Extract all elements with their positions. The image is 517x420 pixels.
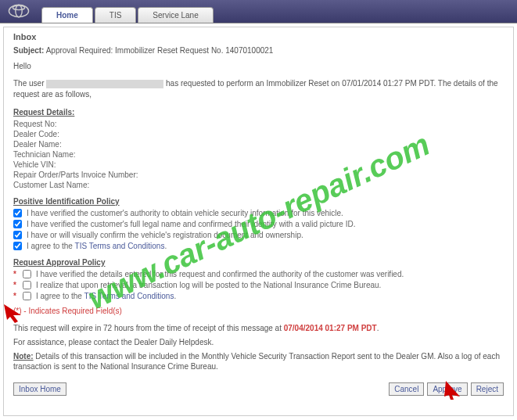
detail-customer-last: Customer Last Name: xyxy=(13,181,504,189)
expiry-line: This request will expire in 72 hours fro… xyxy=(13,323,504,334)
subject-line: Subject: Approval Required: Immobilizer … xyxy=(13,46,504,55)
note-line: Note: Details of this transaction will b… xyxy=(13,351,504,372)
approval-checkbox-3[interactable] xyxy=(23,292,31,300)
tab-home[interactable]: Home xyxy=(41,7,93,23)
pid-row-2: I have verified the customer's full lega… xyxy=(13,220,504,228)
positive-id-header: Positive Identification Policy xyxy=(13,197,504,206)
inbox-heading: Inbox xyxy=(13,32,504,41)
pid-checkbox-2[interactable] xyxy=(13,220,22,228)
reject-button[interactable]: Reject xyxy=(471,382,504,396)
approve-button[interactable]: Approve xyxy=(427,382,467,396)
tab-tis[interactable]: TIS xyxy=(95,7,137,23)
user-prefix: The user xyxy=(13,79,44,88)
required-asterisk-2: * xyxy=(13,281,18,289)
detail-dealer-name: Dealer Name: xyxy=(13,140,504,149)
approval-text-2: I realize that upon retrieval, a transac… xyxy=(36,281,381,289)
main-panel: Inbox Subject: Approval Required: Immobi… xyxy=(3,27,514,416)
detail-dealer-code: Dealer Code: xyxy=(13,130,504,138)
footer-bar: Inbox Home Cancel Approve Reject xyxy=(13,382,504,396)
approval-checkbox-2[interactable] xyxy=(23,281,31,289)
action-buttons: Cancel Approve Reject xyxy=(389,382,504,396)
pid-checkbox-1[interactable] xyxy=(13,209,22,217)
detail-request-no: Request No: xyxy=(13,120,504,128)
pid-text-4: I agree to the TIS Terms and Conditions. xyxy=(27,242,167,250)
redacted-user xyxy=(46,80,163,88)
required-fields-note: (*) - Indicates Required Field(s) xyxy=(13,307,504,315)
toyota-logo-icon xyxy=(8,2,30,20)
required-asterisk-3: * xyxy=(13,292,18,300)
detail-technician-name: Technician Name: xyxy=(13,150,504,159)
subject-label: Subject: xyxy=(13,46,44,55)
tis-terms-link-1[interactable]: TIS Terms and Conditions xyxy=(75,242,165,250)
subject-value: Approval Required: Immobilizer Reset Req… xyxy=(46,46,274,55)
approval-row-1: * I have verified the details entered fo… xyxy=(13,270,504,278)
note-text: Details of this transaction will be incl… xyxy=(13,352,500,371)
request-summary: The user has requested to perform an Imm… xyxy=(13,78,504,100)
approval-header: Request Approval Policy xyxy=(13,258,504,267)
tab-service-lane[interactable]: Service Lane xyxy=(138,7,213,23)
note-label: Note: xyxy=(13,352,34,361)
approval-text-3: I agree to the TIS Terms and Conditions. xyxy=(36,292,176,300)
approval-row-2: * I realize that upon retrieval, a trans… xyxy=(13,281,504,289)
expiry-datetime: 07/04/2014 01:27 PM PDT xyxy=(284,324,377,332)
inbox-home-button[interactable]: Inbox Home xyxy=(13,382,66,396)
svg-point-0 xyxy=(9,5,28,16)
request-details-header: Request Details: xyxy=(13,108,504,117)
pid-checkbox-3[interactable] xyxy=(13,231,22,239)
approval-checkbox-1[interactable] xyxy=(23,270,31,278)
pid-row-3: I have or will visually confirm the vehi… xyxy=(13,231,504,239)
pid-checkbox-4[interactable] xyxy=(13,242,22,250)
tis-terms-link-2[interactable]: TIS Terms and Conditions xyxy=(84,292,174,300)
pid-text-2: I have verified the customer's full lega… xyxy=(27,220,355,228)
svg-point-1 xyxy=(16,5,22,16)
pid-row-4: I agree to the TIS Terms and Conditions. xyxy=(13,242,504,250)
required-asterisk-1: * xyxy=(13,270,18,278)
svg-point-2 xyxy=(13,5,24,10)
pid-text-3: I have or will visually confirm the vehi… xyxy=(27,231,303,239)
pid-text-1: I have verified the customer's authority… xyxy=(27,209,343,217)
greeting: Hello xyxy=(13,61,504,72)
top-tab-bar: Home TIS Service Lane xyxy=(0,0,517,23)
detail-repair-order: Repair Order/Parts Invoice Number: xyxy=(13,171,504,179)
approval-row-3: * I agree to the TIS Terms and Condition… xyxy=(13,292,504,300)
detail-vehicle-vin: Vehicle VIN: xyxy=(13,160,504,169)
assistance-line: For assistance, please contact the Deale… xyxy=(13,337,504,348)
approval-text-1: I have verified the details entered for … xyxy=(36,270,404,278)
tabs-container: Home TIS Service Lane xyxy=(41,7,214,23)
cancel-button[interactable]: Cancel xyxy=(389,382,424,396)
pid-row-1: I have verified the customer's authority… xyxy=(13,209,504,217)
